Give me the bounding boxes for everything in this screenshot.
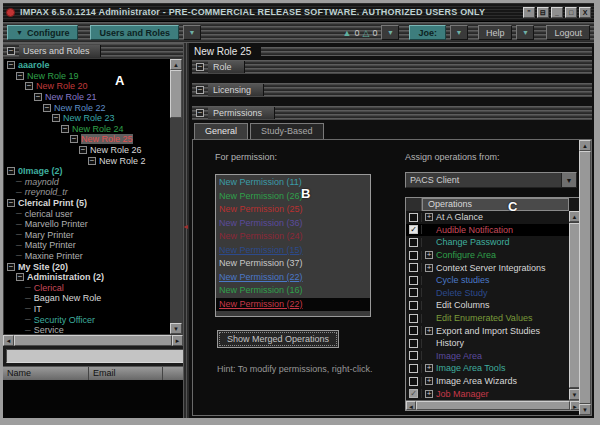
tree-item[interactable]: −New Role 2 [4, 155, 170, 166]
operation-checkbox[interactable] [409, 301, 418, 310]
view-dropdown-button[interactable]: ▼ [183, 25, 201, 40]
operation-checkbox[interactable] [409, 364, 418, 373]
permission-listbox[interactable]: New Permission (11)New Permission (26)Ne… [215, 174, 371, 317]
expand-plus-icon[interactable]: + [425, 213, 433, 221]
tree-item[interactable]: −0Image (2) [4, 166, 170, 177]
operation-row[interactable]: Change Password [406, 236, 569, 249]
permission-list-item[interactable]: New Permission (16) [216, 284, 370, 298]
operation-row[interactable]: ✓Audible Notification [406, 224, 569, 237]
operation-checkbox[interactable] [409, 326, 418, 335]
scroll-left-icon[interactable]: ◄ [3, 335, 14, 346]
tree-expander-icon[interactable]: − [7, 61, 15, 69]
scroll-up-icon[interactable]: ▲ [170, 59, 182, 70]
tree-item[interactable]: ─clerical user [4, 208, 170, 219]
tree-item[interactable]: ─Marvello Printer [4, 219, 170, 230]
operation-checkbox[interactable] [409, 251, 418, 260]
help-button[interactable]: Help [478, 25, 513, 40]
tree-expander-icon[interactable]: − [88, 157, 96, 165]
help-dropdown-button[interactable]: ▼ [516, 25, 534, 40]
tree-item[interactable]: ─Security Officer [4, 314, 170, 325]
operation-checkbox[interactable] [409, 314, 418, 323]
tab-users-and-roles[interactable]: Users and Roles [90, 25, 179, 40]
expand-plus-icon[interactable]: + [425, 390, 433, 398]
operation-row[interactable]: +At A Glance [406, 211, 569, 224]
show-merged-operations-button[interactable]: Show Merged Operations [217, 330, 339, 348]
alerts-dropdown-button[interactable]: ▼ [381, 25, 399, 40]
operation-row[interactable]: +Context Server Integrations [406, 261, 569, 274]
search-input[interactable] [6, 349, 189, 363]
logout-button[interactable]: Logout [546, 25, 590, 40]
collapse-icon[interactable]: − [7, 47, 15, 55]
operation-row[interactable]: +Configure Area [406, 249, 569, 262]
scroll-down-icon[interactable]: ▼ [170, 323, 182, 334]
tree-item[interactable]: ─Maxine Printer [4, 251, 170, 262]
column-header-operations[interactable]: Operations [422, 198, 569, 211]
permission-list-item[interactable]: New Permission (15) [216, 244, 370, 258]
permission-list-item[interactable]: New Permission (25) [216, 203, 370, 217]
user-menu-button[interactable]: Joe: [409, 25, 446, 40]
operation-row[interactable]: Edit Enumerated Values [406, 312, 569, 325]
permission-list-item[interactable]: New Permission (11) [216, 176, 370, 190]
tree-expander-icon[interactable]: − [52, 114, 60, 122]
scrollbar-thumb[interactable] [14, 335, 172, 346]
scroll-left-icon[interactable]: ◄ [406, 401, 416, 410]
section-permissions[interactable]: − Permissions [192, 106, 592, 120]
scrollbar-thumb[interactable] [170, 70, 182, 118]
tree-expander-icon[interactable]: − [7, 167, 15, 175]
collapse-icon[interactable]: − [196, 109, 204, 117]
operation-row[interactable]: +Image Area Wizards [406, 375, 569, 388]
tree-item[interactable]: −My Site (20) [4, 261, 170, 272]
tree-expander-icon[interactable]: − [7, 199, 15, 207]
operation-row[interactable]: +Image Area Tools [406, 362, 569, 375]
tree-item[interactable]: −aaarole [4, 60, 170, 71]
scrollbar-thumb[interactable] [579, 151, 591, 404]
tree-item[interactable]: −New Role 21 [4, 92, 170, 103]
shade-window-button[interactable]: ⊟ [537, 7, 549, 18]
expand-plus-icon[interactable]: + [425, 377, 433, 385]
operation-checkbox[interactable] [409, 213, 418, 222]
scroll-right-icon[interactable]: ► [172, 335, 183, 346]
tree-expander-icon[interactable]: − [7, 263, 15, 271]
operation-row[interactable]: +Export and Import Studies [406, 324, 569, 337]
operations-horizontal-scrollbar[interactable]: ◄ ► [406, 400, 580, 410]
tree-item[interactable]: −New Role 26 [4, 145, 170, 156]
collapse-icon[interactable]: − [196, 63, 204, 71]
expand-plus-icon[interactable]: + [425, 364, 433, 372]
tree-expander-icon[interactable]: − [34, 93, 42, 101]
pin-window-button[interactable]: " [523, 7, 535, 18]
operation-row[interactable]: ✓+Job Manager [406, 387, 569, 400]
tree-expander-icon[interactable]: − [25, 82, 33, 90]
operation-checkbox[interactable] [409, 377, 418, 386]
tree-expander-icon[interactable]: − [70, 135, 78, 143]
tree-item[interactable]: −New Role 24 [4, 124, 170, 135]
tree-expander-icon[interactable]: − [43, 104, 51, 112]
operation-row[interactable]: Delete Study [406, 287, 569, 300]
tree-expander-icon[interactable]: − [16, 273, 24, 281]
tree-item[interactable]: −New Role 22 [4, 102, 170, 113]
operation-checkbox[interactable] [409, 276, 418, 285]
tree-item[interactable]: ─Matty Printer [4, 240, 170, 251]
close-button[interactable]: X [579, 7, 591, 18]
tab-study-based[interactable]: Study-Based [250, 123, 324, 139]
scrollbar-thumb[interactable] [416, 401, 570, 410]
tab-general[interactable]: General [194, 123, 248, 139]
tree-item[interactable]: ─Service [4, 325, 170, 334]
tree-item[interactable]: −Administration (2) [4, 272, 170, 283]
scroll-up-icon[interactable]: ▲ [579, 140, 591, 151]
permission-list-item[interactable]: New Permission (26) [216, 190, 370, 204]
operation-row[interactable]: Edit Columns [406, 299, 569, 312]
expand-plus-icon[interactable]: + [425, 264, 433, 272]
tree-item[interactable]: −New Role 20 [4, 81, 170, 92]
collapse-icon[interactable]: − [196, 86, 204, 94]
operations-source-dropdown[interactable]: PACS Client ▼ [405, 172, 577, 188]
operation-checkbox[interactable] [409, 263, 418, 272]
user-dropdown-button[interactable]: ▼ [450, 25, 468, 40]
operation-row[interactable]: Cycle studies [406, 274, 569, 287]
minimize-button[interactable]: _ [551, 7, 563, 18]
tree-expander-icon[interactable]: − [16, 72, 24, 80]
tree-item[interactable]: ─IT [4, 304, 170, 315]
operation-checkbox[interactable]: ✓ [409, 225, 418, 234]
tree-horizontal-scrollbar[interactable]: ◄ ► [3, 335, 183, 346]
tree-expander-icon[interactable]: − [61, 125, 69, 133]
operation-checkbox[interactable] [409, 351, 418, 360]
